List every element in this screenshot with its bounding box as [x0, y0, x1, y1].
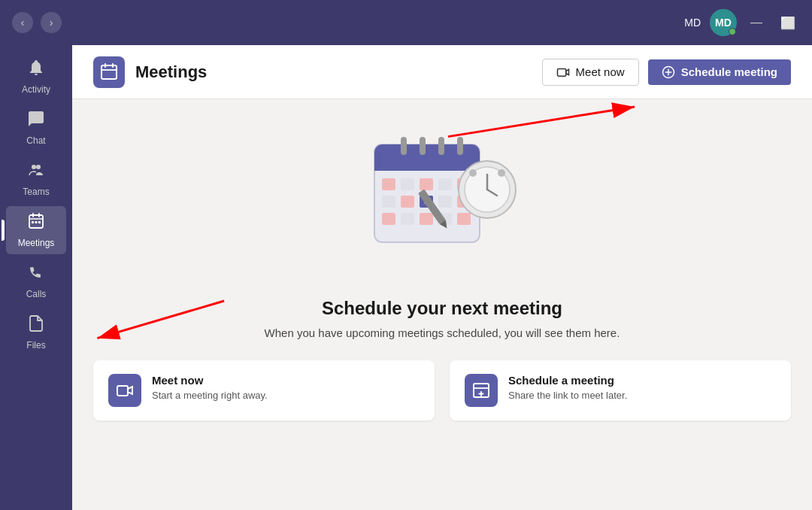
activity-label: Activity — [22, 84, 50, 95]
online-badge — [729, 28, 736, 35]
svg-rect-27 — [457, 137, 463, 155]
calls-label: Calls — [26, 289, 47, 299]
svg-rect-41 — [420, 213, 433, 225]
back-button[interactable]: ‹ — [12, 12, 33, 33]
sidebar-item-meetings[interactable]: Meetings — [6, 206, 66, 254]
svg-rect-24 — [401, 137, 407, 155]
sidebar-item-teams[interactable]: Teams — [6, 155, 66, 203]
chat-icon — [27, 110, 45, 132]
meetings-nav-icon — [27, 212, 45, 235]
svg-rect-25 — [420, 137, 426, 155]
calls-icon — [27, 263, 45, 286]
schedule-icon — [662, 65, 675, 79]
svg-rect-28 — [382, 178, 395, 190]
meet-now-card: Meet now Start a meeting right away. — [93, 360, 435, 420]
minimize-button[interactable]: — — [746, 14, 767, 31]
files-label: Files — [26, 340, 45, 351]
svg-rect-39 — [382, 213, 395, 225]
svg-rect-26 — [438, 137, 444, 155]
illustration: ✓ — [359, 122, 525, 280]
svg-rect-31 — [438, 178, 452, 190]
action-cards: Meet now Start a meeting right away. — [93, 360, 791, 420]
activity-icon — [27, 59, 45, 81]
meetings-label: Meetings — [18, 238, 55, 248]
svg-point-0 — [32, 165, 36, 169]
svg-rect-6 — [32, 221, 34, 223]
teams-label: Teams — [23, 187, 49, 197]
svg-point-51 — [498, 169, 505, 177]
empty-state-subtitle: When you have upcoming meetings schedule… — [265, 326, 620, 339]
sidebar: Activity Chat Teams — [0, 45, 72, 510]
maximize-button[interactable]: ⬜ — [776, 14, 800, 32]
user-label: MD — [684, 17, 701, 29]
meet-now-card-text: Meet now Start a meeting right away. — [152, 374, 268, 401]
files-icon — [27, 314, 45, 337]
avatar[interactable]: MD — [710, 9, 737, 36]
svg-rect-40 — [401, 213, 414, 225]
main-area: Meetings Meet now Schedule mee — [72, 45, 812, 510]
forward-button[interactable]: › — [41, 12, 62, 33]
meet-now-label: Meet now — [576, 65, 625, 78]
sidebar-item-calls[interactable]: Calls — [6, 257, 66, 305]
schedule-card: Schedule a meeting Share the link to mee… — [450, 360, 791, 420]
schedule-card-icon — [465, 374, 498, 407]
schedule-card-text: Schedule a meeting Share the link to mee… — [508, 374, 627, 401]
meet-now-button[interactable]: Meet now — [542, 59, 639, 86]
user-controls: MD MD — ⬜ — [684, 9, 800, 36]
title-bar: ‹ › MD MD — ⬜ — [0, 0, 812, 45]
meet-now-card-icon — [108, 374, 141, 407]
video-icon — [556, 65, 570, 79]
chat-label: Chat — [26, 135, 45, 146]
sidebar-item-files[interactable]: Files — [6, 308, 66, 357]
svg-rect-52 — [117, 386, 128, 396]
main-header: Meetings Meet now Schedule mee — [72, 45, 812, 99]
header-actions: Meet now Schedule meeting — [542, 59, 791, 86]
teams-icon — [27, 161, 45, 184]
sidebar-item-chat[interactable]: Chat — [6, 104, 66, 152]
schedule-meeting-label: Schedule meeting — [681, 65, 777, 78]
svg-rect-9 — [102, 65, 117, 79]
app-body: Activity Chat Teams — [0, 45, 812, 510]
meetings-header-icon — [93, 56, 125, 88]
header-left: Meetings — [93, 56, 207, 88]
svg-rect-7 — [35, 221, 38, 223]
nav-controls: ‹ › — [12, 12, 62, 33]
svg-point-1 — [36, 165, 41, 169]
svg-rect-43 — [457, 213, 471, 225]
svg-point-50 — [469, 169, 477, 177]
svg-rect-30 — [420, 178, 433, 190]
schedule-card-title: Schedule a meeting — [508, 374, 627, 387]
schedule-meeting-button[interactable]: Schedule meeting — [648, 59, 791, 85]
sidebar-item-activity[interactable]: Activity — [6, 53, 66, 101]
schedule-card-subtitle: Share the link to meet later. — [508, 390, 627, 401]
svg-rect-37 — [438, 196, 452, 208]
svg-rect-33 — [382, 196, 395, 208]
svg-rect-13 — [557, 68, 565, 76]
svg-line-19 — [97, 301, 224, 338]
meet-now-card-title: Meet now — [152, 374, 268, 387]
svg-rect-34 — [401, 196, 414, 208]
svg-rect-29 — [401, 178, 414, 190]
meet-now-card-subtitle: Start a meeting right away. — [152, 390, 268, 401]
empty-state-title: Schedule your next meeting — [322, 298, 562, 319]
svg-rect-8 — [38, 221, 41, 223]
page-title: Meetings — [135, 62, 207, 82]
svg-rect-23 — [374, 161, 480, 171]
